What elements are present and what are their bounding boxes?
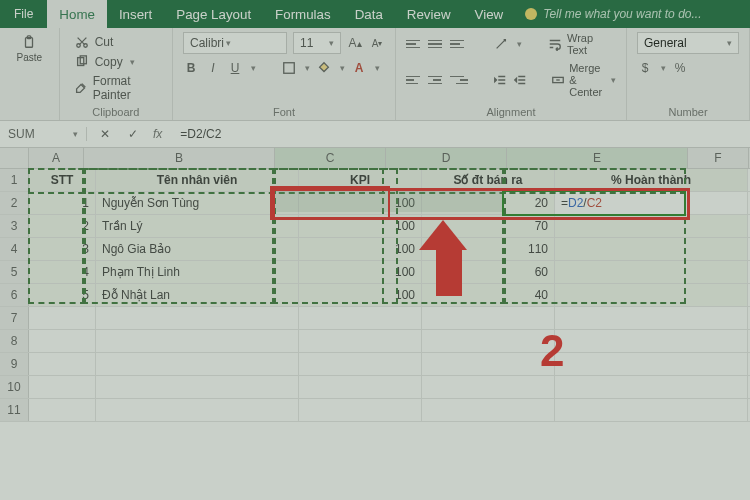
cell-c5[interactable]: 100 xyxy=(299,261,422,283)
formula-input[interactable]: =D2/C2 xyxy=(172,127,750,141)
select-all-corner[interactable] xyxy=(0,148,29,168)
border-button[interactable] xyxy=(281,60,297,76)
row-header-7[interactable]: 7 xyxy=(0,307,29,329)
cell-b6[interactable]: Đỗ Nhật Lan xyxy=(96,284,299,306)
cell-c6[interactable]: 100 xyxy=(299,284,422,306)
cell-b3[interactable]: Trần Lý xyxy=(96,215,299,237)
paste-button[interactable]: Paste xyxy=(10,32,49,65)
cell[interactable] xyxy=(96,307,299,329)
decrease-indent-icon[interactable] xyxy=(493,72,507,88)
cell-a6[interactable]: 5 xyxy=(29,284,96,306)
cell[interactable] xyxy=(96,353,299,375)
format-painter-button[interactable]: Format Painter xyxy=(70,72,162,104)
cell[interactable] xyxy=(96,399,299,421)
cell-e3[interactable] xyxy=(555,215,748,237)
tab-view[interactable]: View xyxy=(463,0,516,28)
cell[interactable] xyxy=(555,399,748,421)
cell[interactable] xyxy=(29,353,96,375)
cell[interactable] xyxy=(299,376,422,398)
row-header-4[interactable]: 4 xyxy=(0,238,29,260)
col-header-c[interactable]: C xyxy=(275,148,386,168)
cut-button[interactable]: Cut xyxy=(70,32,162,52)
number-format-select[interactable]: General▾ xyxy=(637,32,739,54)
row-header-2[interactable]: 2 xyxy=(0,192,29,214)
cell[interactable] xyxy=(422,330,555,352)
cell[interactable] xyxy=(422,399,555,421)
wrap-text-button[interactable]: Wrap Text xyxy=(547,32,616,56)
cell-a3[interactable]: 2 xyxy=(29,215,96,237)
tab-home[interactable]: Home xyxy=(47,0,107,28)
cell-a2[interactable]: 1 xyxy=(29,192,96,214)
cell[interactable] xyxy=(29,307,96,329)
percent-button[interactable]: % xyxy=(672,60,688,76)
decrease-font-icon[interactable]: A▾ xyxy=(369,35,385,51)
tab-page-layout[interactable]: Page Layout xyxy=(164,0,263,28)
font-size-select[interactable]: 11▾ xyxy=(293,32,341,54)
cell[interactable] xyxy=(422,353,555,375)
cell-d2[interactable]: 20 xyxy=(422,192,555,214)
cell-d1[interactable]: Số đt bán ra xyxy=(422,169,555,191)
cell-a5[interactable]: 4 xyxy=(29,261,96,283)
copy-button[interactable]: Copy▾ xyxy=(70,52,162,72)
bold-button[interactable]: B xyxy=(183,60,199,76)
file-tab[interactable]: File xyxy=(0,0,47,28)
cell-a1[interactable]: STT xyxy=(29,169,96,191)
cell-c1[interactable]: KPI xyxy=(299,169,422,191)
cell-c4[interactable]: 100 xyxy=(299,238,422,260)
cell-e1[interactable]: % Hoàn thành xyxy=(555,169,748,191)
cell[interactable] xyxy=(299,399,422,421)
cell[interactable] xyxy=(555,330,748,352)
row-header-10[interactable]: 10 xyxy=(0,376,29,398)
cell[interactable] xyxy=(299,330,422,352)
cell[interactable] xyxy=(555,353,748,375)
fx-icon[interactable]: fx xyxy=(153,127,162,141)
fill-color-button[interactable] xyxy=(316,60,332,76)
tab-formulas[interactable]: Formulas xyxy=(263,0,343,28)
cell[interactable] xyxy=(96,330,299,352)
tab-data[interactable]: Data xyxy=(343,0,395,28)
underline-button[interactable]: U xyxy=(227,60,243,76)
cell-b2[interactable]: Nguyễn Sơn Tùng xyxy=(96,192,299,214)
row-header-8[interactable]: 8 xyxy=(0,330,29,352)
cell-e2-active[interactable]: =D2/C2 xyxy=(555,192,748,214)
col-header-a[interactable]: A xyxy=(29,148,84,168)
cell-c2[interactable]: 100 xyxy=(299,192,422,214)
enter-icon[interactable]: ✓ xyxy=(125,126,141,142)
vertical-align[interactable] xyxy=(406,36,468,52)
cell-b1[interactable]: Tên nhân viên xyxy=(96,169,299,191)
row-header-3[interactable]: 3 xyxy=(0,215,29,237)
row-header-5[interactable]: 5 xyxy=(0,261,29,283)
cell[interactable] xyxy=(299,353,422,375)
cell[interactable] xyxy=(29,399,96,421)
cell-b5[interactable]: Phạm Thị Linh xyxy=(96,261,299,283)
merge-center-button[interactable]: Merge & Center▾ xyxy=(551,62,616,98)
name-box[interactable]: SUM▾ xyxy=(0,127,87,141)
row-header-6[interactable]: 6 xyxy=(0,284,29,306)
cell[interactable] xyxy=(555,376,748,398)
cell-b4[interactable]: Ngô Gia Bảo xyxy=(96,238,299,260)
cell[interactable] xyxy=(29,376,96,398)
font-color-button[interactable]: A xyxy=(351,60,367,76)
cell[interactable] xyxy=(96,376,299,398)
col-header-e[interactable]: E xyxy=(507,148,688,168)
cell[interactable] xyxy=(29,330,96,352)
italic-button[interactable]: I xyxy=(205,60,221,76)
col-header-f[interactable]: F xyxy=(688,148,749,168)
cell[interactable] xyxy=(555,307,748,329)
col-header-d[interactable]: D xyxy=(386,148,507,168)
col-header-b[interactable]: B xyxy=(84,148,275,168)
cell[interactable] xyxy=(422,376,555,398)
cell[interactable] xyxy=(422,307,555,329)
cell-e4[interactable] xyxy=(555,238,748,260)
tab-insert[interactable]: Insert xyxy=(107,0,164,28)
row-header-1[interactable]: 1 xyxy=(0,169,29,191)
row-header-9[interactable]: 9 xyxy=(0,353,29,375)
cell-c3[interactable]: 100 xyxy=(299,215,422,237)
tab-review[interactable]: Review xyxy=(395,0,463,28)
currency-button[interactable]: $ xyxy=(637,60,653,76)
cell-a4[interactable]: 3 xyxy=(29,238,96,260)
font-select[interactable]: Calibri▾ xyxy=(183,32,287,54)
orientation-icon[interactable] xyxy=(493,36,509,52)
cell-e5[interactable] xyxy=(555,261,748,283)
cancel-icon[interactable]: ✕ xyxy=(97,126,113,142)
